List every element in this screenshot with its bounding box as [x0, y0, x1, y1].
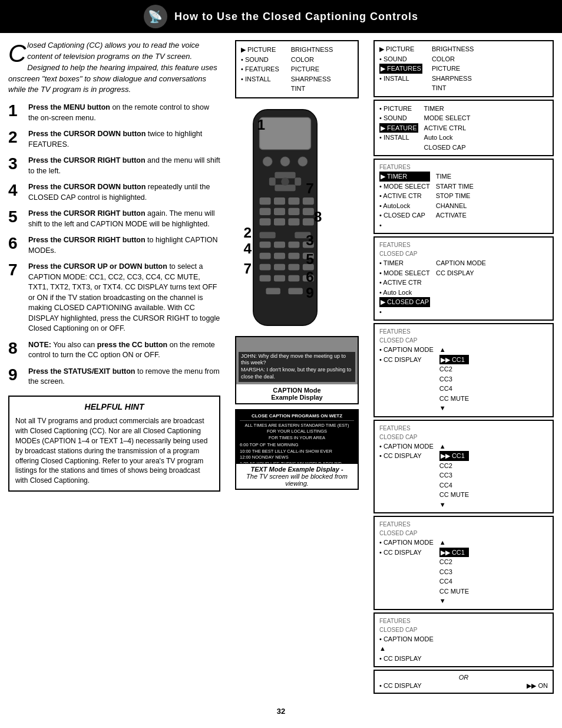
- svg-rect-26: [288, 241, 299, 248]
- step-7-text: Press the CURSOR UP or DOWN button to se…: [28, 262, 220, 334]
- step-3: 3 Press the CURSOR RIGHT button and the …: [8, 156, 220, 176]
- svg-rect-8: [295, 177, 301, 186]
- or-display-label: • CC DISPLAY: [379, 682, 422, 690]
- s5-v3: CC3: [439, 374, 469, 384]
- step-6-text: Press the CURSOR RIGHT button to highlig…: [28, 235, 220, 256]
- s7-v4: CC4: [439, 577, 469, 587]
- s6-r1: • CAPTION MODE: [379, 442, 434, 452]
- step-2-num: 2: [8, 129, 25, 146]
- s2-v2: MODE SELECT: [424, 113, 471, 123]
- svg-text:7: 7: [243, 261, 252, 276]
- svg-text:2: 2: [243, 224, 252, 240]
- screen-7: FEATURES CLOSED CAP • CAPTION MODE • CC …: [373, 516, 554, 610]
- s3-r6: •: [379, 220, 430, 230]
- steps-list: 1 Press the MENU button on the remote co…: [8, 103, 220, 387]
- s8-r1: • CAPTION MODE: [379, 634, 548, 644]
- s5-v1: ▶▶ CC1: [439, 355, 469, 365]
- svg-rect-10: [260, 197, 271, 205]
- screen-1: ▶ PICTURE • SOUND ▶ FEATURES • INSTALL B…: [373, 40, 554, 97]
- step-5: 5 Press the CURSOR RIGHT button again. T…: [8, 209, 220, 229]
- screen-5: FEATURES CLOSED CAP • CAPTION MODE • CC …: [373, 323, 554, 417]
- s6-v6: ▼: [439, 500, 469, 510]
- svg-text:4: 4: [243, 241, 252, 256]
- svg-rect-11: [274, 197, 285, 205]
- s7-v3: CC3: [439, 567, 469, 577]
- text-mode-screen: CLOSE CAPTION PROGRAMS ON WETZ ALL TIMES…: [236, 410, 358, 463]
- svg-rect-16: [288, 207, 299, 215]
- svg-rect-28: [260, 252, 271, 259]
- s3-v1: TIME: [436, 172, 474, 182]
- right-column: ▶ PICTURE • SOUND ▶ FEATURES • INSTALL B…: [373, 40, 554, 694]
- svg-rect-17: [303, 207, 314, 215]
- screen-6: FEATURES CLOSED CAP • CAPTION MODE • CC …: [373, 420, 554, 514]
- s4-r1: • TIMER: [379, 258, 430, 268]
- svg-text:6: 6: [306, 268, 314, 284]
- step-9-text: Press the STATUS/EXIT button to remove t…: [28, 367, 220, 387]
- svg-text:3: 3: [306, 232, 314, 248]
- step-7: 7 Press the CURSOR UP or DOWN button to …: [8, 262, 220, 334]
- s3-r2: • MODE SELECT: [379, 182, 430, 192]
- s2-v3: ACTIVE CTRL: [424, 123, 471, 133]
- svg-text:9: 9: [306, 284, 314, 300]
- s4-r4: • Auto Lock: [379, 288, 430, 298]
- or-label: OR: [379, 674, 548, 681]
- s4-label: FEATURES: [379, 241, 548, 249]
- s3-r3: • ACTIVE CTR: [379, 191, 430, 201]
- intro-text: C losed Captioning (CC) allows you to re…: [8, 40, 220, 95]
- step-6: 6 Press the CURSOR RIGHT button to highl…: [8, 235, 220, 256]
- svg-rect-34: [288, 263, 299, 270]
- s3-label: FEATURES: [379, 163, 548, 172]
- svg-rect-5: [275, 172, 295, 178]
- s5-r1: • CAPTION MODE: [379, 345, 434, 355]
- remote-illustration: 1 7 8 9 2 4 7 3 5 6: [235, 106, 359, 331]
- remote-svg: 1 7 8 9 2 4 7 3 5 6: [235, 106, 335, 330]
- header-icon: 📡: [144, 5, 167, 28]
- step-3-num: 3: [8, 156, 25, 172]
- s7-v5: CC MUTE: [439, 587, 469, 597]
- s4-r3: • ACTIVE CTR: [379, 278, 430, 288]
- s7-sublabel: CLOSED CAP: [379, 529, 548, 538]
- s3-v5: ACTIVATE: [436, 210, 474, 220]
- svg-rect-36: [260, 275, 271, 281]
- page-number: 32: [0, 701, 562, 722]
- s5-v2: CC2: [439, 364, 469, 374]
- step-8: 8 NOTE: You also can press the CC button…: [8, 340, 220, 361]
- s8-r2: ▲: [379, 644, 548, 654]
- step-8-num: 8: [8, 340, 25, 357]
- s1-r4: • INSTALL: [379, 74, 422, 84]
- svg-rect-29: [274, 252, 285, 259]
- svg-rect-25: [274, 241, 285, 248]
- s6-sublabel: CLOSED CAP: [379, 433, 548, 442]
- s4-sublabel: CLOSED CAP: [379, 249, 548, 258]
- or-display-value: ▶▶ ON: [527, 682, 548, 690]
- caption-dialog-2: MARSHA: I don't know, but they are pushi…: [241, 367, 353, 380]
- screen-3: FEATURES ▶ TIMER • MODE SELECT • ACTIVE …: [373, 159, 554, 234]
- svg-point-4: [298, 156, 308, 166]
- s1-v2: COLOR: [432, 54, 474, 64]
- caption-example: JOHN: Why did they move the meeting up t…: [235, 336, 359, 404]
- step-1-text: Press the MENU button on the remote cont…: [28, 103, 220, 123]
- step-5-text: Press the CURSOR RIGHT button again. The…: [28, 209, 220, 229]
- helpful-hint-text: Not all TV programs and product commerci…: [15, 416, 213, 486]
- s6-v4: CC4: [439, 480, 469, 490]
- s4-r6: •: [379, 307, 430, 317]
- svg-rect-30: [288, 252, 299, 259]
- svg-point-3: [280, 156, 290, 166]
- text-mode-channel: CLOSE CAPTION PROGRAMS ON WETZ: [240, 413, 354, 421]
- s2-r4: • INSTALL: [379, 133, 418, 143]
- s6-r2: • CC DISPLAY: [379, 451, 434, 461]
- svg-rect-41: [288, 288, 302, 294]
- s1-v1: BRIGHTNESS: [432, 44, 474, 54]
- helpful-hint-box: HELPFUL HINT Not all TV programs and pro…: [8, 396, 220, 492]
- s5-v6: ▼: [439, 403, 469, 413]
- middle-column: ▶PICTURE • SOUND • FEATURES • INSTALL BR…: [226, 40, 368, 694]
- screen-2: • PICTURE • SOUND ▶ FEATURE • INSTALL TI…: [373, 100, 554, 157]
- s1-r2: • SOUND: [379, 54, 422, 64]
- s7-r1: • CAPTION MODE: [379, 538, 434, 548]
- screen-4: FEATURES CLOSED CAP • TIMER • MODE SELEC…: [373, 236, 554, 321]
- s2-r3: ▶ FEATURE: [379, 123, 418, 133]
- step-9-num: 9: [8, 367, 25, 383]
- s5-v5: CC MUTE: [439, 394, 469, 404]
- svg-rect-22: [260, 232, 276, 238]
- s7-v6: ▼: [439, 596, 469, 606]
